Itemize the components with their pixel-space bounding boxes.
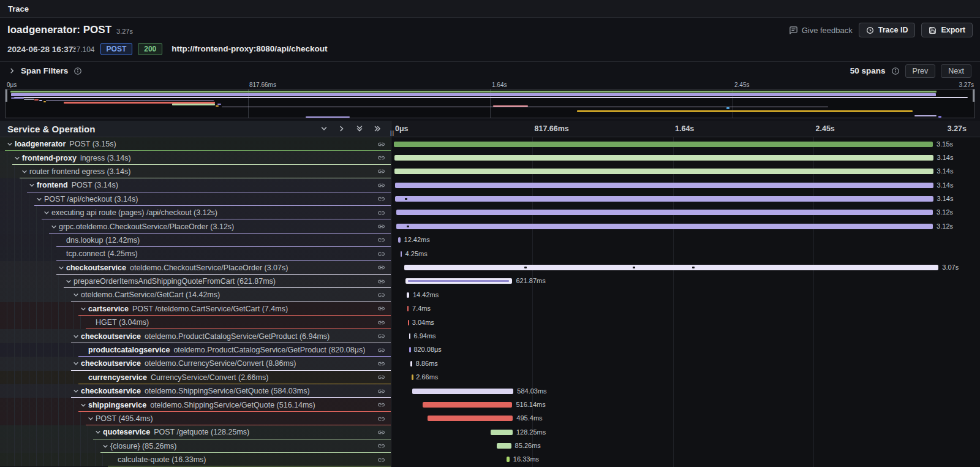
span-bar[interactable]: [394, 169, 933, 174]
span-filters-label[interactable]: Span Filters: [21, 66, 68, 75]
span-name-cell[interactable]: frontend POST (3.14s): [0, 178, 391, 192]
link-icon[interactable]: [377, 250, 385, 258]
link-icon[interactable]: [377, 167, 385, 175]
export-button[interactable]: Export: [921, 23, 973, 37]
chevron-down-icon[interactable]: [12, 155, 22, 161]
span-row[interactable]: checkoutservice oteldemo.ShippingService…: [0, 384, 980, 398]
give-feedback-link[interactable]: Give feedback: [789, 26, 853, 35]
expand-one-icon[interactable]: [338, 125, 345, 132]
span-row[interactable]: quoteservice POST /getquote (128.25ms) 1…: [0, 425, 980, 439]
chevron-down-icon[interactable]: [64, 278, 74, 284]
span-bar[interactable]: [491, 430, 513, 435]
chevron-down-icon[interactable]: [34, 196, 44, 202]
link-icon[interactable]: [377, 264, 385, 271]
span-row[interactable]: POST (495.4ms) 495.4ms: [0, 412, 980, 425]
chevron-down-icon[interactable]: [93, 429, 103, 435]
column-resize-handle[interactable]: ||: [390, 130, 394, 136]
chevron-down-icon[interactable]: [71, 360, 81, 366]
link-icon[interactable]: [377, 415, 385, 423]
span-name-cell[interactable]: POST (495.4ms): [0, 412, 391, 425]
link-icon[interactable]: [377, 140, 385, 148]
link-icon[interactable]: [377, 428, 385, 436]
span-row[interactable]: oteldemo.CartService/GetCart (14.42ms) 1…: [0, 288, 980, 302]
span-row[interactable]: calculate-quote (16.33ms) 16.33ms: [0, 453, 980, 466]
span-row[interactable]: currencyservice CurrencyService/Convert …: [0, 371, 980, 384]
span-name-cell[interactable]: productcatalogservice oteldemo.ProductCa…: [0, 343, 391, 357]
span-name-cell[interactable]: tcp.connect (4.25ms): [0, 247, 391, 260]
chevron-down-icon[interactable]: [86, 416, 96, 422]
chevron-down-icon[interactable]: [78, 306, 88, 312]
link-icon[interactable]: [377, 222, 385, 230]
span-bar[interactable]: [394, 142, 933, 147]
span-row[interactable]: POST /api/checkout (3.14s) 3.14s: [0, 192, 980, 206]
prev-button[interactable]: Prev: [905, 64, 936, 78]
span-name-cell[interactable]: POST /api/checkout (3.14s): [0, 192, 391, 206]
chevron-down-icon[interactable]: [71, 292, 81, 298]
span-bar[interactable]: [395, 196, 933, 202]
span-name-cell[interactable]: executing api route (pages) /api/checkou…: [0, 206, 391, 219]
chevron-down-icon[interactable]: [42, 210, 51, 216]
span-bar[interactable]: [497, 443, 511, 449]
span-bar[interactable]: [396, 210, 933, 215]
chevron-down-icon[interactable]: [71, 333, 81, 340]
span-bar[interactable]: [507, 457, 510, 462]
next-button[interactable]: Next: [941, 64, 971, 78]
link-icon[interactable]: [377, 401, 385, 409]
span-row[interactable]: productcatalogservice oteldemo.ProductCa…: [0, 343, 980, 357]
span-name-cell[interactable]: checkoutservice oteldemo.ProductCatalogS…: [0, 329, 391, 343]
chevron-down-icon[interactable]: [71, 388, 81, 394]
expand-all-icon[interactable]: [374, 125, 381, 132]
chevron-down-icon[interactable]: [27, 182, 37, 188]
span-row[interactable]: cartservice POST /oteldemo.CartService/G…: [0, 302, 980, 316]
link-icon[interactable]: [377, 332, 385, 340]
span-row[interactable]: grpc.oteldemo.CheckoutService/PlaceOrder…: [0, 219, 980, 233]
link-icon[interactable]: [377, 346, 385, 354]
span-bar[interactable]: [404, 265, 938, 270]
span-bar[interactable]: [395, 183, 933, 188]
span-bar[interactable]: [394, 155, 933, 161]
span-bar[interactable]: [408, 320, 410, 325]
chevron-right-icon[interactable]: [9, 67, 15, 74]
span-name-cell[interactable]: router frontend egress (3.14s): [0, 165, 391, 178]
span-row[interactable]: frontend POST (3.14s) 3.14s: [0, 178, 980, 192]
span-name-cell[interactable]: quoteservice POST /getquote (128.25ms): [0, 425, 391, 439]
span-row[interactable]: HGET (3.04ms) 3.04ms: [0, 316, 980, 329]
link-icon[interactable]: [377, 456, 385, 464]
collapse-all-icon[interactable]: [356, 125, 363, 132]
span-name-cell[interactable]: oteldemo.CartService/GetCart (14.42ms): [0, 288, 391, 302]
span-name-cell[interactable]: checkoutservice oteldemo.CurrencyService…: [0, 357, 391, 370]
span-row[interactable]: checkoutservice oteldemo.CheckoutService…: [0, 261, 980, 275]
span-name-cell[interactable]: frontend-proxy ingress (3.14s): [0, 151, 391, 164]
span-name-cell[interactable]: currencyservice CurrencyService/Convert …: [0, 371, 391, 384]
span-bar[interactable]: [396, 224, 933, 229]
link-icon[interactable]: [377, 291, 385, 299]
span-row[interactable]: dns.lookup (12.42ms) 12.42ms: [0, 234, 980, 247]
span-name-cell[interactable]: cartservice POST /oteldemo.CartService/G…: [0, 302, 391, 316]
link-icon[interactable]: [377, 319, 385, 327]
span-name-cell[interactable]: calculate-quote (16.33ms): [0, 453, 391, 466]
minimap-right-handle[interactable]: [973, 89, 974, 102]
trace-id-button[interactable]: Trace ID: [859, 23, 916, 37]
link-icon[interactable]: [377, 209, 385, 217]
span-name-cell[interactable]: grpc.oteldemo.CheckoutService/PlaceOrder…: [0, 219, 391, 233]
span-name-cell[interactable]: prepareOrderItemsAndShippingQuoteFromCar…: [0, 275, 391, 288]
span-bar[interactable]: [401, 251, 402, 257]
chevron-down-icon[interactable]: [20, 169, 29, 175]
minimap-left-handle[interactable]: [6, 89, 7, 102]
span-name-cell[interactable]: checkoutservice oteldemo.ShippingService…: [0, 384, 391, 398]
chevron-down-icon[interactable]: [56, 265, 66, 271]
minimap-viewport[interactable]: [5, 89, 975, 118]
span-bar[interactable]: [398, 237, 400, 243]
span-row[interactable]: tcp.connect (4.25ms) 4.25ms: [0, 247, 980, 260]
link-icon[interactable]: [377, 387, 385, 395]
column-divider[interactable]: [391, 137, 391, 467]
span-bar[interactable]: [412, 389, 513, 394]
chevron-down-icon[interactable]: [5, 141, 15, 147]
span-row[interactable]: checkoutservice oteldemo.CurrencyService…: [0, 357, 980, 370]
span-bar[interactable]: [410, 361, 412, 366]
span-row[interactable]: prepareOrderItemsAndShippingQuoteFromCar…: [0, 275, 980, 288]
link-icon[interactable]: [377, 373, 385, 381]
span-bar[interactable]: [409, 333, 411, 339]
span-bar[interactable]: [423, 402, 512, 408]
span-bar[interactable]: [412, 374, 413, 380]
